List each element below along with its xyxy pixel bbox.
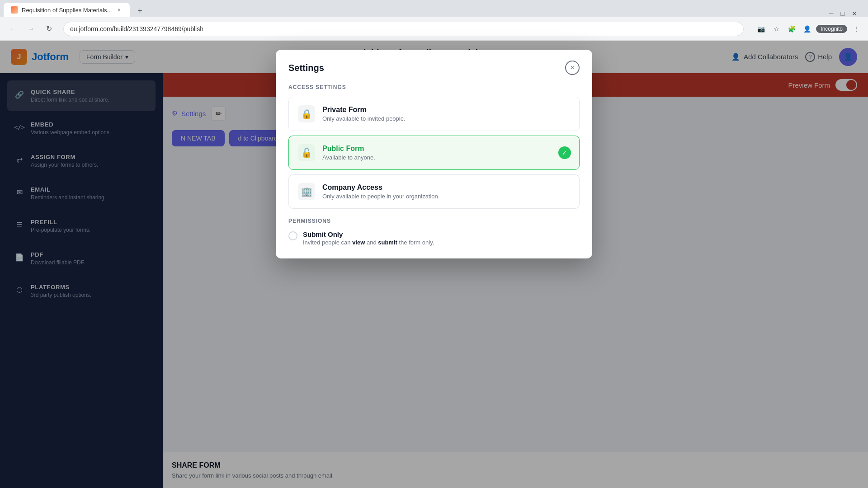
browser-actions: 📷 ☆ 🧩 👤 Incognito ⋮ bbox=[755, 23, 863, 35]
public-form-icon: 🔓 bbox=[298, 144, 315, 161]
modal-body: ACCESS SETTINGS 🔒 Private Form Only avai… bbox=[276, 75, 592, 258]
url-text: eu.jotform.com/build/231393247798469/pub… bbox=[70, 25, 203, 33]
public-form-desc: Available to anyone. bbox=[322, 154, 375, 161]
profile-icon[interactable]: 👤 bbox=[801, 23, 813, 35]
minimize-button[interactable]: ─ bbox=[829, 10, 834, 17]
more-options-icon[interactable]: ⋮ bbox=[850, 23, 863, 35]
access-section-heading: ACCESS SETTINGS bbox=[288, 84, 580, 90]
address-bar[interactable]: eu.jotform.com/build/231393247798469/pub… bbox=[63, 22, 744, 36]
company-access-desc: Only available to people in your organiz… bbox=[322, 193, 439, 200]
browser-controls: ← → ↻ eu.jotform.com/build/2313932477984… bbox=[0, 17, 868, 41]
private-form-icon: 🔒 bbox=[298, 105, 315, 122]
submit-only-option[interactable]: Submit Only Invited people can view and … bbox=[288, 230, 580, 246]
forward-button[interactable]: → bbox=[24, 22, 38, 36]
back-button[interactable]: ← bbox=[5, 22, 20, 36]
submit-only-desc-part1: Invited people can bbox=[303, 239, 352, 246]
browser-chrome: Requisition of Supplies Materials... × +… bbox=[0, 0, 868, 41]
permissions-heading: PERMISSIONS bbox=[288, 218, 580, 224]
restore-button[interactable]: □ bbox=[841, 10, 844, 17]
company-access-icon: 🏢 bbox=[298, 183, 315, 200]
company-access-title: Company Access bbox=[322, 183, 439, 192]
extension-icon[interactable]: 🧩 bbox=[785, 23, 798, 35]
settings-modal: Settings × ACCESS SETTINGS 🔒 Private For… bbox=[276, 50, 592, 258]
company-access-option[interactable]: 🏢 Company Access Only available to peopl… bbox=[288, 174, 580, 209]
tab-bar: Requisition of Supplies Materials... × +… bbox=[0, 0, 868, 17]
public-form-title: Public Form bbox=[322, 145, 375, 153]
bookmark-icon[interactable]: ☆ bbox=[770, 23, 783, 35]
submit-only-view-bold: view bbox=[352, 239, 365, 246]
modal-close-button[interactable]: × bbox=[565, 61, 580, 75]
reload-button[interactable]: ↻ bbox=[42, 22, 56, 36]
window-close-button[interactable]: ✕ bbox=[852, 10, 857, 17]
submit-only-radio[interactable] bbox=[288, 231, 297, 240]
submit-only-desc-part2: the form only. bbox=[397, 239, 434, 246]
incognito-badge: Incognito bbox=[816, 25, 847, 33]
submit-only-title: Submit Only bbox=[303, 230, 434, 238]
tab-close-button[interactable]: × bbox=[115, 6, 123, 14]
public-form-option[interactable]: 🔓 Public Form Available to anyone. ✓ bbox=[288, 136, 580, 170]
permissions-section: PERMISSIONS Submit Only Invited people c… bbox=[288, 218, 580, 246]
camera-off-icon: 📷 bbox=[755, 23, 767, 35]
private-form-desc: Only available to invited people. bbox=[322, 115, 406, 122]
modal-header: Settings × bbox=[276, 50, 592, 75]
private-form-title: Private Form bbox=[322, 106, 406, 114]
app-container: J Jotform Form Builder ▾ Requisition of … bbox=[0, 41, 868, 488]
submit-only-submit-bold: submit bbox=[378, 239, 397, 246]
private-form-option[interactable]: 🔒 Private Form Only available to invited… bbox=[288, 97, 580, 131]
submit-only-and: and bbox=[365, 239, 378, 246]
tab-title: Requisition of Supplies Materials... bbox=[22, 7, 112, 14]
active-tab[interactable]: Requisition of Supplies Materials... × bbox=[4, 3, 130, 17]
close-icon: × bbox=[570, 64, 574, 72]
modal-overlay: Settings × ACCESS SETTINGS 🔒 Private For… bbox=[0, 41, 868, 488]
submit-only-desc: Invited people can view and submit the f… bbox=[303, 239, 434, 246]
tab-favicon bbox=[11, 6, 18, 14]
selected-checkmark-icon: ✓ bbox=[558, 146, 571, 159]
modal-title: Settings bbox=[288, 63, 324, 73]
new-tab-button[interactable]: + bbox=[133, 5, 146, 17]
